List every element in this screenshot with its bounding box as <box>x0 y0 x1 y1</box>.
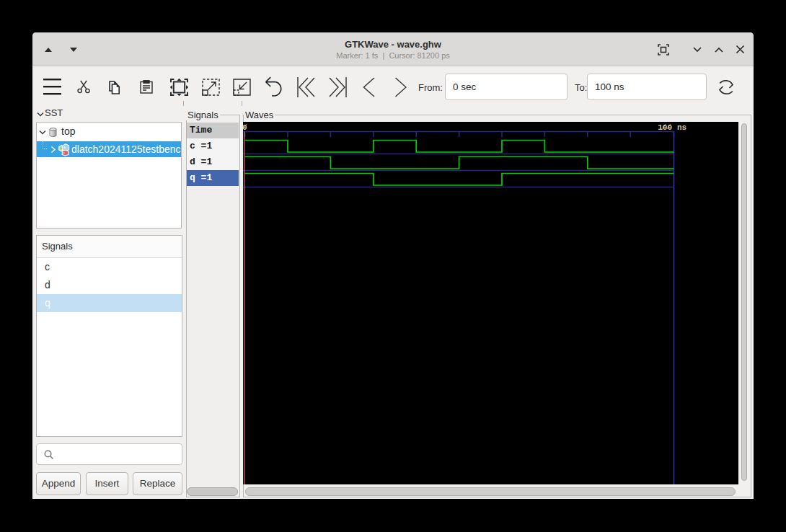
svg-text:ns: ns <box>677 123 686 132</box>
